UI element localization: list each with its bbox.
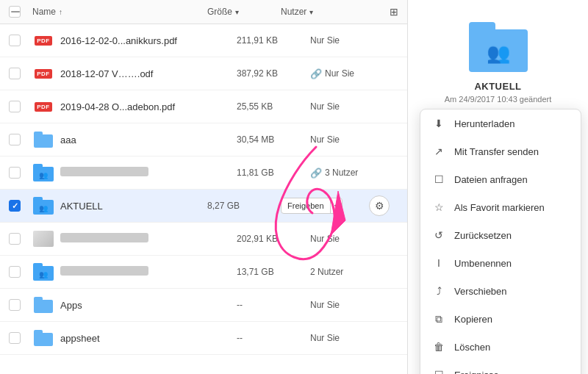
table-row[interactable]: PDF2019-04-28 O...adebon.pdf25,55 KBNur … — [0, 90, 407, 123]
checkbox-indicator[interactable] — [9, 332, 21, 344]
name-sort-arrow: ↑ — [59, 8, 62, 16]
transfer-icon: ↗ — [432, 145, 445, 158]
copy-icon: ⧉ — [432, 312, 445, 326]
reset-icon: ↺ — [432, 229, 445, 242]
pdf-badge: PDF — [35, 36, 52, 46]
menu-item-reset[interactable]: ↺Zurücksetzen — [420, 221, 581, 249]
file-icon — [32, 129, 54, 151]
file-name-text: aaa — [60, 134, 76, 145]
menu-item-favorite[interactable]: ☆Als Favorit markieren — [420, 193, 581, 221]
menu-item-copy[interactable]: ⧉Kopieren — [420, 305, 581, 333]
file-name-text: AKTUELL — [60, 201, 103, 212]
folder-body-shape: 👥 — [33, 167, 54, 181]
view-toggle-icon[interactable]: ⊞ — [390, 6, 398, 18]
menu-item-move[interactable]: ⤴Verschieben — [420, 277, 581, 305]
row-checkbox[interactable] — [9, 299, 32, 311]
shared-folder-icon: 👥 — [33, 197, 54, 215]
menu-item-download[interactable]: ⬇Herunterladen — [420, 109, 581, 137]
file-icon: 👥 — [32, 195, 54, 217]
row-checkbox[interactable] — [9, 35, 32, 46]
context-menu: ⬇Herunterladen↗Mit Transfer senden☐Datei… — [420, 109, 581, 374]
row-checkbox[interactable] — [9, 101, 32, 112]
file-size: 202,91 KB — [237, 234, 310, 244]
file-size: -- — [237, 333, 310, 343]
file-icon: 👥 — [32, 261, 54, 283]
file-user: 🔗3 Nutzer — [310, 168, 398, 179]
header-user-label: Nutzer — [281, 7, 306, 17]
menu-item-delete[interactable]: 🗑Löschen — [420, 333, 581, 361]
download-icon: ⬇ — [432, 117, 445, 130]
request-icon: ☐ — [432, 173, 445, 186]
checkbox-indicator[interactable] — [9, 134, 21, 145]
folder-body-shape: 👥 — [33, 266, 54, 281]
file-user: Nur Sie — [310, 333, 398, 343]
inline-share-button[interactable]: Freigeben▾ — [281, 198, 343, 214]
table-row[interactable]: 👥AKTUELL8,27 GBFreigeben▾⚙ — [0, 190, 407, 223]
row-checkbox[interactable] — [9, 233, 32, 245]
checkbox-indicator[interactable] — [9, 200, 21, 212]
row-checkbox[interactable] — [9, 266, 32, 278]
menu-item-rename[interactable]: IUmbenennen — [420, 249, 581, 277]
file-name-cell — [60, 266, 237, 278]
detail-folder-name: AKTUELL — [474, 81, 521, 92]
row-checkbox[interactable] — [9, 200, 32, 212]
checkbox-indicator[interactable] — [9, 299, 21, 311]
checkbox-indicator[interactable] — [9, 35, 21, 46]
people-icon: 👥 — [39, 171, 48, 179]
header-actions-col: ⊞ — [369, 6, 398, 18]
header-user-col[interactable]: Nutzer ▾ — [281, 7, 369, 17]
checkbox-indicator[interactable] — [9, 101, 21, 112]
file-icon: PDF — [32, 29, 54, 51]
thumbnail-preview — [33, 231, 54, 247]
blurred-name — [60, 167, 148, 176]
folder-body-shape: 👥 — [33, 200, 54, 215]
blurred-name — [60, 266, 148, 276]
file-icon — [32, 228, 54, 250]
people-icon: 👥 — [39, 204, 48, 212]
file-user: Nur Sie — [310, 134, 398, 145]
header-check-col — [9, 6, 32, 18]
checkbox-indicator[interactable] — [9, 167, 21, 179]
file-name-cell: 2018-12-07 V…….odf — [60, 68, 237, 79]
file-name-cell: 2019-04-28 O...adebon.pdf — [60, 101, 237, 112]
file-size: 13,71 GB — [237, 267, 310, 277]
row-checkbox[interactable] — [9, 134, 32, 145]
gear-button[interactable]: ⚙ — [369, 195, 390, 216]
inline-share-main[interactable]: Freigeben — [282, 198, 330, 213]
folder-people-icon: 👥 — [487, 42, 510, 65]
row-checkbox[interactable] — [9, 332, 32, 344]
table-row[interactable]: 202,91 KBNur Sie — [0, 223, 407, 256]
table-row[interactable]: 👥13,71 GB2 Nutzer — [0, 256, 407, 289]
file-user: Nur Sie — [310, 234, 398, 244]
menu-item-events[interactable]: ☐Ereignisse — [420, 361, 581, 374]
file-name-cell — [60, 167, 237, 179]
table-row[interactable]: PDF2016-12-02-0...anikkurs.pdf211,91 KBN… — [0, 24, 407, 57]
folder-shape-icon — [34, 297, 53, 313]
menu-item-transfer[interactable]: ↗Mit Transfer senden — [420, 137, 581, 165]
file-user: Freigeben▾ — [281, 198, 369, 214]
table-row[interactable]: PDF2018-12-07 V…….odf387,92 KB🔗Nur Sie — [0, 57, 407, 90]
header-size-label: Größe — [207, 7, 232, 17]
inline-share-arrow[interactable]: ▾ — [330, 199, 342, 213]
checkbox-indicator[interactable] — [9, 68, 21, 79]
menu-item-request[interactable]: ☐Dateien anfragen — [420, 165, 581, 193]
rename-icon: I — [432, 256, 445, 270]
file-name-text: 2019-04-28 O...adebon.pdf — [60, 101, 175, 112]
file-icon: 👥 — [32, 162, 54, 184]
file-name-text: 2016-12-02-0...anikkurs.pdf — [60, 35, 177, 46]
table-row[interactable]: appsheet--Nur Sie — [0, 322, 407, 355]
checkbox-indicator[interactable] — [9, 233, 21, 245]
file-name-cell: aaa — [60, 134, 237, 145]
table-row[interactable]: Apps--Nur Sie — [0, 289, 407, 322]
table-row[interactable]: 👥11,81 GB🔗3 Nutzer — [0, 157, 407, 190]
user-text: 3 Nutzer — [325, 168, 358, 178]
table-row[interactable]: aaa30,54 MBNur Sie — [0, 123, 407, 157]
row-checkbox[interactable] — [9, 167, 32, 179]
user-text: Nur Sie — [310, 134, 340, 145]
header-name-col[interactable]: Name ↑ — [32, 7, 207, 17]
file-name-cell: AKTUELL — [60, 201, 207, 212]
checkbox-indicator[interactable] — [9, 266, 21, 278]
header-size-col[interactable]: Größe ▾ — [207, 7, 281, 17]
row-checkbox[interactable] — [9, 68, 32, 79]
file-size: 211,91 KB — [237, 35, 310, 46]
